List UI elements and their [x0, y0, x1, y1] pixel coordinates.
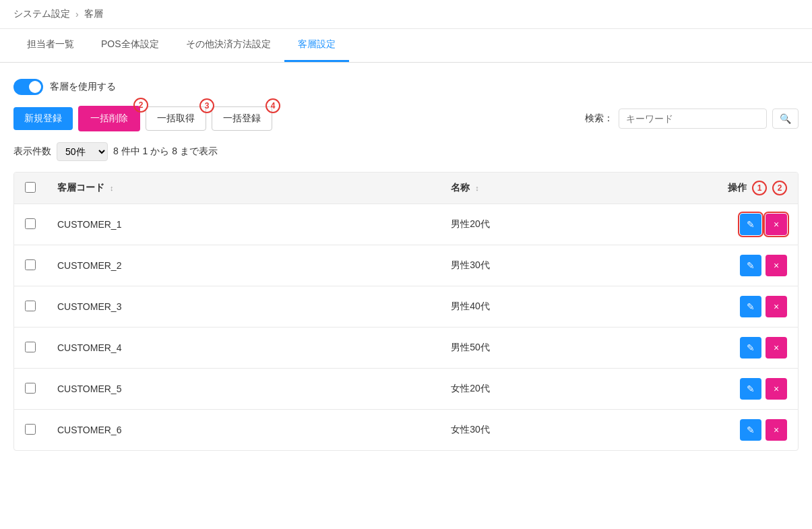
customer-toggle[interactable] [13, 79, 43, 95]
bulk-register-wrapper: 4 一括登録 [212, 106, 272, 131]
tab-pos[interactable]: POS全体設定 [88, 29, 173, 62]
edit-button[interactable]: ✎ [740, 378, 761, 400]
new-register-button[interactable]: 新規登録 [13, 107, 73, 130]
row-checkbox[interactable] [25, 301, 36, 311]
bulk-get-badge: 3 [199, 98, 214, 113]
row-code: CUSTOMER_2 [46, 245, 440, 286]
table-row: CUSTOMER_1男性20代✎× [14, 204, 798, 245]
delete-button[interactable]: × [766, 378, 787, 400]
tab-payment[interactable]: その他決済方法設定 [173, 29, 284, 62]
row-actions-cell: ✎× [717, 369, 798, 410]
display-count-row: 表示件数 50件 100件 200件 8 件中 1 から 8 まで表示 [13, 142, 799, 161]
row-checkbox[interactable] [25, 383, 36, 394]
row-name: 男性30代 [440, 245, 717, 286]
action-buttons-row: 新規登録 2 一括削除 3 一括取得 4 一括登録 検索： 🔍 [13, 106, 799, 131]
delete-button[interactable]: × [766, 337, 787, 359]
table-row: CUSTOMER_4男性50代✎× [14, 328, 798, 369]
tab-bar: 担当者一覧 POS全体設定 その他決済方法設定 客層設定 [0, 29, 812, 63]
edit-button[interactable]: ✎ [740, 214, 761, 235]
ops-edit-badge: 1 [752, 181, 767, 195]
edit-button[interactable]: ✎ [740, 255, 761, 276]
count-select[interactable]: 50件 100件 200件 [57, 142, 108, 161]
table-row: CUSTOMER_5女性20代✎× [14, 369, 798, 410]
row-checkbox[interactable] [25, 424, 36, 435]
delete-button[interactable]: × [766, 419, 787, 441]
search-label: 検索： [585, 113, 613, 125]
table-row: CUSTOMER_6女性30代✎× [14, 410, 798, 451]
edit-button[interactable]: ✎ [740, 337, 761, 359]
ops-delete-badge: 2 [772, 181, 787, 195]
breadcrumb-parent: システム設定 [13, 8, 70, 20]
edit-button[interactable]: ✎ [740, 419, 761, 441]
bulk-get-button[interactable]: 一括取得 [146, 106, 206, 131]
name-sort-icon: ↕ [475, 184, 479, 192]
toggle-row: 客層を使用する [13, 79, 799, 95]
toggle-label: 客層を使用する [50, 81, 116, 93]
bulk-delete-badge: 2 [133, 98, 148, 113]
row-code: CUSTOMER_1 [46, 204, 440, 245]
select-all-checkbox[interactable] [25, 182, 36, 193]
table-header-row: 客層コード ↕ 名称 ↕ 操作 1 2 [14, 173, 798, 204]
row-name: 男性40代 [440, 286, 717, 328]
row-code: CUSTOMER_6 [46, 410, 440, 451]
edit-button[interactable]: ✎ [740, 296, 761, 317]
row-code: CUSTOMER_5 [46, 369, 440, 410]
row-code: CUSTOMER_3 [46, 286, 440, 328]
customer-table: 客層コード ↕ 名称 ↕ 操作 1 2 [13, 172, 799, 451]
delete-button[interactable]: × [766, 296, 787, 317]
bulk-register-badge: 4 [266, 98, 280, 113]
row-checkbox[interactable] [25, 342, 36, 352]
row-actions-cell: ✎× [717, 245, 798, 286]
row-actions-cell: ✎× [717, 328, 798, 369]
row-actions-cell: ✎× [717, 286, 798, 328]
search-button[interactable]: 🔍 [772, 108, 799, 129]
row-checkbox[interactable] [25, 218, 36, 229]
tab-customer[interactable]: 客層設定 [284, 29, 349, 62]
code-sort-icon: ↕ [110, 184, 114, 192]
bulk-register-button[interactable]: 一括登録 [212, 106, 272, 131]
search-input[interactable] [619, 108, 767, 129]
header-code: 客層コード ↕ [46, 173, 440, 204]
row-code: CUSTOMER_4 [46, 328, 440, 369]
table-row: CUSTOMER_3男性40代✎× [14, 286, 798, 328]
row-name: 女性30代 [440, 410, 717, 451]
breadcrumb-current: 客層 [84, 8, 103, 20]
row-name: 男性20代 [440, 204, 717, 245]
search-area: 検索： 🔍 [585, 108, 799, 129]
header-name: 名称 ↕ [440, 173, 717, 204]
breadcrumb-separator: › [75, 9, 79, 20]
bulk-get-wrapper: 3 一括取得 [146, 106, 206, 131]
header-ops: 操作 1 2 [717, 173, 798, 204]
row-actions-cell: ✎× [717, 204, 798, 245]
display-info: 8 件中 1 から 8 まで表示 [113, 146, 218, 158]
tab-staff[interactable]: 担当者一覧 [13, 29, 88, 62]
row-actions-cell: ✎× [717, 410, 798, 451]
row-name: 男性50代 [440, 328, 717, 369]
table-row: CUSTOMER_2男性30代✎× [14, 245, 798, 286]
header-checkbox-col [14, 173, 46, 204]
display-count-label: 表示件数 [13, 146, 51, 158]
bulk-delete-wrapper: 2 一括削除 [78, 106, 140, 131]
breadcrumb: システム設定 › 客層 [0, 0, 812, 29]
row-name: 女性20代 [440, 369, 717, 410]
delete-button[interactable]: × [766, 214, 787, 235]
delete-button[interactable]: × [766, 255, 787, 276]
main-content: 客層を使用する 新規登録 2 一括削除 3 一括取得 4 一括登録 検索： 🔍 … [0, 63, 812, 467]
row-checkbox[interactable] [25, 259, 36, 270]
bulk-delete-button[interactable]: 一括削除 [78, 106, 140, 131]
